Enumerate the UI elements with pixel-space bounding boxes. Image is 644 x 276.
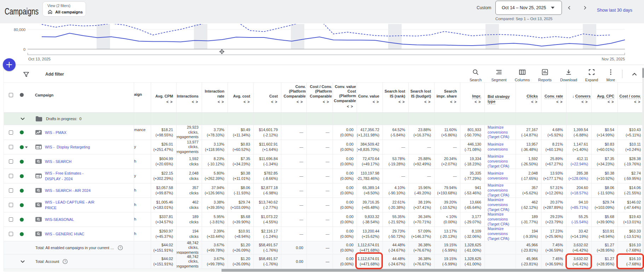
svg-text:Oct 13, 2025: Oct 13, 2025 bbox=[28, 57, 51, 61]
svg-text:0: 0 bbox=[23, 47, 25, 52]
svg-text:?: ? bbox=[64, 260, 66, 263]
svg-text:80,000: 80,000 bbox=[14, 28, 25, 32]
svg-text:?: ? bbox=[119, 246, 121, 249]
svg-text:Nov 25, 2025: Nov 25, 2025 bbox=[602, 57, 625, 61]
